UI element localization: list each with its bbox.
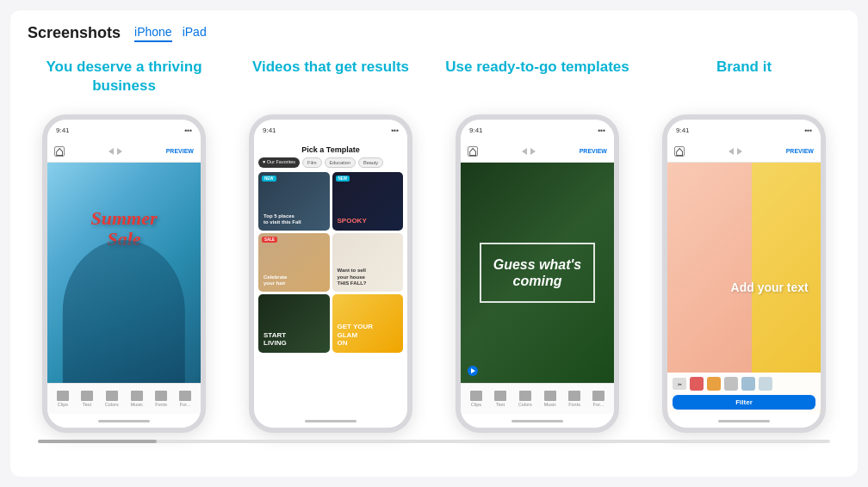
home-indicator-1 [47, 414, 201, 428]
tpl-text-2: SPOOKY [338, 217, 367, 225]
guess-view: Guess what's coming [461, 163, 614, 383]
back-arrow-4[interactable] [728, 148, 734, 155]
phone-inner-4: 9:41 ▪▪▪ ⌂ PREVIEW [667, 120, 821, 428]
phone-content-3: Guess what's coming [461, 163, 614, 383]
color-swatch-4[interactable] [741, 377, 755, 391]
more-shape [179, 391, 191, 401]
home-bar-1 [98, 420, 150, 422]
home-indicator-4 [667, 414, 821, 428]
template-grid: NEW Top 5 placesto visit this Fall NEW S… [254, 172, 407, 353]
filter-education[interactable]: Education [325, 157, 356, 168]
template-6[interactable]: Get yourGLAMON [332, 294, 404, 353]
template-2[interactable]: NEW SPOOKY [332, 172, 404, 231]
nav-bar-1: ⌂ PREVIEW [47, 140, 201, 163]
home-bar-4 [718, 420, 770, 422]
guess-box: Guess what's coming [480, 243, 595, 303]
signal-icons-1: ▪▪▪ [184, 126, 192, 134]
clips-icon-3[interactable]: Clips [470, 391, 482, 407]
time-2: 9:41 [263, 126, 276, 134]
fonts-icon-1[interactable]: Fonts [155, 391, 167, 407]
filter-button[interactable]: Filter [673, 395, 815, 410]
tpl-text-1: Top 5 placesto visit this Fall [264, 213, 301, 225]
forward-arrow-4[interactable] [737, 148, 742, 155]
preview-btn-3[interactable]: PREVIEW [580, 148, 607, 154]
phone-frame-4: 9:41 ▪▪▪ ⌂ PREVIEW [662, 114, 826, 433]
screenshots-grid: You deserve a thriving business 9:41 ▪▪▪… [28, 58, 840, 433]
template-1[interactable]: NEW Top 5 placesto visit this Fall [258, 172, 330, 231]
music-shape [131, 391, 143, 401]
brand-view: Add your text ✂ [667, 163, 821, 414]
home-indicator-3 [461, 414, 614, 428]
home-icon-3[interactable]: ⌂ [468, 146, 478, 157]
fonts-icon-3[interactable]: Fonts [568, 391, 580, 407]
more-icon-3[interactable]: For... [592, 391, 604, 407]
nav-arrows-4 [728, 148, 742, 155]
template-5[interactable]: STARTLIVING [258, 294, 330, 353]
color-swatch-1[interactable] [690, 377, 704, 391]
color-swatch-3[interactable] [724, 377, 738, 391]
picker-title: Pick a Template [254, 140, 407, 157]
home-icon-4[interactable]: ⌂ [674, 146, 685, 157]
text-icon-1[interactable]: Text [81, 391, 93, 407]
status-bar-4: 9:41 ▪▪▪ [667, 120, 821, 140]
scrollbar-track[interactable] [38, 440, 830, 443]
tpl-text-5: STARTLIVING [264, 331, 287, 348]
phone-content-1: SummerSale [47, 163, 201, 383]
home-indicator-2 [254, 414, 407, 428]
nav-arrows-3 [522, 148, 536, 155]
tab-ipad[interactable]: iPad [183, 25, 207, 42]
filter-film[interactable]: Film [302, 157, 321, 168]
play-icon[interactable] [468, 366, 478, 376]
more-label: For... [180, 402, 191, 407]
tpl-text-6: Get yourGLAMON [338, 323, 374, 348]
color-swatch-5[interactable] [759, 377, 772, 391]
phone-content-2: Pick a Template ♥ Our Favorites Film Edu… [254, 140, 407, 414]
phone-inner-3: 9:41 ▪▪▪ ⌂ PREVIEW G [461, 120, 614, 428]
page-wrapper: Screenshots iPhone iPad You deserve a th… [10, 10, 858, 477]
back-arrow-1[interactable] [108, 148, 114, 155]
forward-arrow-1[interactable] [117, 148, 122, 155]
phone-frame-3: 9:41 ▪▪▪ ⌂ PREVIEW G [456, 114, 619, 433]
colors-icon-1[interactable]: Colors [105, 391, 119, 407]
badge-2: NEW [336, 176, 350, 182]
preview-btn-1[interactable]: PREVIEW [166, 148, 194, 154]
badge-1: NEW [262, 176, 276, 182]
home-bar-3 [512, 420, 563, 422]
screenshot-item-2: Videos that get results 9:41 ▪▪▪ Pick a … [234, 58, 427, 433]
time-3: 9:41 [469, 126, 483, 134]
template-4[interactable]: Want to sellyour houseTHIS FALL? [332, 233, 404, 292]
template-3[interactable]: SALE Celebrateyour hair [258, 233, 330, 292]
phone-frame-1: 9:41 ▪▪▪ ⌂ PREVIEW SummerSale [42, 114, 206, 433]
template-picker-view: Pick a Template ♥ Our Favorites Film Edu… [254, 140, 407, 414]
home-icon-1[interactable]: ⌂ [54, 146, 65, 157]
caption-4: Brand it [716, 58, 772, 102]
tab-iphone[interactable]: iPhone [134, 25, 172, 42]
badge-3: SALE [262, 237, 277, 243]
scrollbar-thumb[interactable] [38, 440, 157, 443]
guess-text: Guess what's coming [490, 256, 585, 289]
colors-icon-3[interactable]: Colors [518, 391, 532, 407]
back-arrow-3[interactable] [522, 148, 527, 155]
time-4: 9:41 [676, 126, 690, 134]
phone-frame-2: 9:41 ▪▪▪ Pick a Template ♥ Our Favorites… [249, 114, 412, 433]
music-icon-3[interactable]: Music [544, 391, 556, 407]
add-text-overlay: Add your text [731, 281, 809, 294]
signal-icons-4: ▪▪▪ [804, 126, 812, 134]
music-icon-1[interactable]: Music [131, 391, 143, 407]
caption-2: Videos that get results [252, 58, 409, 102]
nav-arrows-1 [108, 148, 122, 155]
palette-icon[interactable]: ✂ [673, 378, 686, 390]
page-title: Screenshots [28, 24, 121, 42]
text-icon-3[interactable]: Text [494, 391, 506, 407]
fonts-label: Fonts [155, 402, 167, 407]
preview-btn-4[interactable]: PREVIEW [786, 148, 814, 154]
filter-beauty[interactable]: Beauty [358, 157, 383, 168]
forward-arrow-3[interactable] [530, 148, 536, 155]
colors-shape [106, 391, 118, 401]
clips-icon-1[interactable]: Clips [57, 391, 69, 407]
filter-row: ♥ Our Favorites Film Education Beauty [254, 157, 407, 172]
time-1: 9:41 [56, 126, 70, 134]
filter-favorites[interactable]: ♥ Our Favorites [258, 157, 300, 168]
more-icon-1[interactable]: For... [179, 391, 191, 407]
color-swatch-2[interactable] [707, 377, 721, 391]
